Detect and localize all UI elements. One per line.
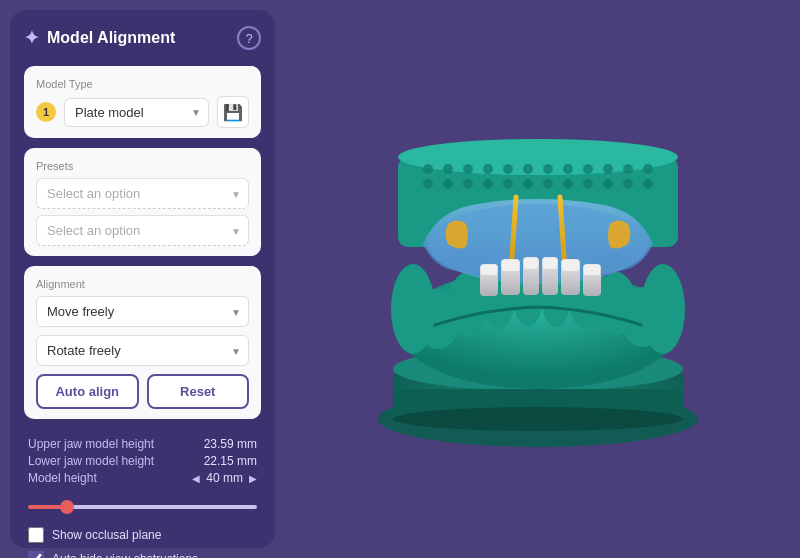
svg-point-16	[463, 164, 473, 174]
move-select-wrapper: Move freely Move locked ▼	[36, 296, 249, 327]
dental-model	[348, 89, 728, 469]
svg-point-20	[543, 164, 553, 174]
show-occlusal-row[interactable]: Show occlusal plane	[28, 527, 257, 543]
svg-point-35	[603, 179, 613, 189]
svg-point-34	[583, 179, 593, 189]
help-button[interactable]: ?	[237, 26, 261, 50]
model-type-select-wrapper: Plate model Regular model ▼	[64, 98, 209, 127]
lower-jaw-row: Lower jaw model height 22.15 mm	[28, 454, 257, 468]
auto-hide-row[interactable]: Auto hide view obstructions	[28, 551, 257, 558]
upper-jaw-value: 23.59 mm	[204, 437, 257, 451]
preset-select-1[interactable]: Select an option	[36, 178, 249, 209]
svg-point-30	[503, 179, 513, 189]
svg-point-28	[463, 179, 473, 189]
svg-point-17	[483, 164, 493, 174]
preset-select-2[interactable]: Select an option	[36, 215, 249, 246]
svg-point-19	[523, 164, 533, 174]
step-badge: 1	[36, 102, 56, 122]
lower-jaw-label: Lower jaw model height	[28, 454, 154, 468]
svg-point-24	[623, 164, 633, 174]
svg-point-37	[643, 179, 653, 189]
reset-button[interactable]: Reset	[147, 374, 250, 409]
panel-title: ✦ Model Alignment	[24, 27, 175, 49]
svg-point-15	[443, 164, 453, 174]
measurements-section: Upper jaw model height 23.59 mm Lower ja…	[24, 429, 261, 495]
alignment-icon: ✦	[24, 27, 39, 49]
svg-point-25	[643, 164, 653, 174]
preset-select-2-wrapper: Select an option ▼	[36, 215, 249, 246]
model-type-label: Model Type	[36, 78, 249, 90]
height-slider-container	[24, 495, 261, 513]
3d-viewport[interactable]	[285, 10, 790, 548]
svg-rect-46	[524, 258, 538, 269]
svg-rect-44	[502, 260, 519, 271]
svg-point-33	[563, 179, 573, 189]
svg-point-31	[523, 179, 533, 189]
decrease-height-button[interactable]: ◀	[192, 473, 200, 484]
panel-header: ✦ Model Alignment ?	[24, 26, 261, 50]
model-type-row: 1 Plate model Regular model ▼ 💾	[36, 96, 249, 128]
svg-point-21	[563, 164, 573, 174]
svg-point-26	[423, 179, 433, 189]
svg-point-22	[583, 164, 593, 174]
auto-hide-checkbox[interactable]	[28, 551, 44, 558]
increase-height-button[interactable]: ▶	[249, 473, 257, 484]
save-icon: 💾	[223, 103, 243, 122]
upper-jaw-row: Upper jaw model height 23.59 mm	[28, 437, 257, 451]
svg-point-56	[393, 407, 683, 431]
svg-point-32	[543, 179, 553, 189]
action-buttons: Auto align Reset	[36, 374, 249, 409]
svg-point-29	[483, 179, 493, 189]
svg-rect-50	[562, 260, 579, 271]
model-height-row: Model height ◀ 40 mm ▶	[28, 471, 257, 485]
save-button[interactable]: 💾	[217, 96, 249, 128]
svg-point-23	[603, 164, 613, 174]
svg-rect-42	[481, 265, 497, 275]
model-height-value: 40 mm	[206, 471, 243, 485]
panel-title-text: Model Alignment	[47, 29, 175, 47]
svg-rect-52	[584, 265, 600, 275]
svg-point-18	[503, 164, 513, 174]
upper-jaw-label: Upper jaw model height	[28, 437, 154, 451]
rotate-select[interactable]: Rotate freely Rotate locked	[36, 335, 249, 366]
auto-hide-label: Auto hide view obstructions	[52, 552, 198, 558]
svg-point-53	[391, 264, 435, 354]
alignment-label: Alignment	[36, 278, 249, 290]
svg-point-54	[641, 264, 685, 354]
presets-section: Presets Select an option ▼ Select an opt…	[24, 148, 261, 256]
svg-point-13	[398, 139, 678, 175]
svg-rect-48	[543, 258, 557, 269]
alignment-section: Alignment Move freely Move locked ▼ Rota…	[24, 266, 261, 419]
model-type-select[interactable]: Plate model Regular model	[64, 98, 209, 127]
svg-point-36	[623, 179, 633, 189]
show-occlusal-label: Show occlusal plane	[52, 528, 161, 542]
model-type-section: Model Type 1 Plate model Regular model ▼…	[24, 66, 261, 138]
rotate-select-wrapper: Rotate freely Rotate locked ▼	[36, 335, 249, 366]
svg-point-27	[443, 179, 453, 189]
checkbox-section: Show occlusal plane Auto hide view obstr…	[24, 523, 261, 558]
svg-point-14	[423, 164, 433, 174]
model-height-label: Model height	[28, 471, 186, 485]
show-occlusal-checkbox[interactable]	[28, 527, 44, 543]
dental-model-svg	[348, 89, 728, 469]
auto-align-button[interactable]: Auto align	[36, 374, 139, 409]
preset-select-1-wrapper: Select an option ▼	[36, 178, 249, 209]
lower-jaw-value: 22.15 mm	[204, 454, 257, 468]
presets-label: Presets	[36, 160, 249, 172]
height-slider[interactable]	[28, 505, 257, 509]
move-select[interactable]: Move freely Move locked	[36, 296, 249, 327]
sidebar-panel: ✦ Model Alignment ? Model Type 1 Plate m…	[10, 10, 275, 548]
